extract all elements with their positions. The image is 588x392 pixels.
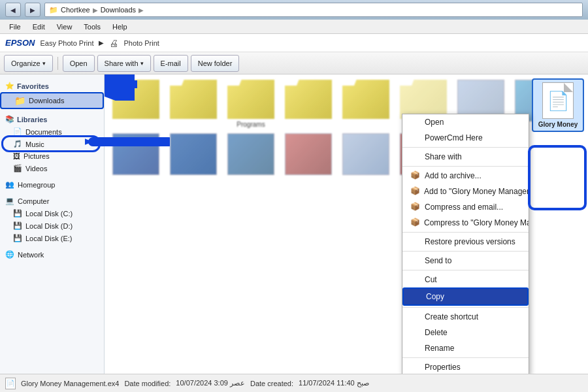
status-date-modified-label: Date modified:: [124, 380, 171, 387]
local-c-label: Local Disk (C:): [25, 210, 73, 218]
ctx-add-glory-label: Add to "Glory Money Managemen: [424, 187, 529, 196]
network-section: 🌐 Network: [0, 248, 104, 261]
ctx-rename-label: Rename: [425, 344, 454, 353]
open-button[interactable]: Open: [63, 55, 95, 72]
restore-icon: [410, 237, 421, 247]
documents-label: Documents: [25, 128, 62, 136]
ctx-sep-6: [402, 307, 529, 308]
libraries-header: 📚 Libraries: [0, 113, 104, 125]
sidebar-item-music[interactable]: 🎵 Music: [0, 138, 104, 150]
ctx-delete[interactable]: Delete: [402, 325, 529, 340]
sidebar-item-local-e[interactable]: 💾 Local Disk (E:): [0, 232, 104, 244]
ctx-properties[interactable]: Properties: [402, 359, 529, 374]
address-bar[interactable]: 📁 Chortkee ▶ Downloads ▶: [44, 3, 583, 17]
share-with-button[interactable]: Share with ▾: [97, 55, 151, 72]
sidebar-item-homegroup[interactable]: 👥 Homegroup: [0, 178, 104, 191]
sidebar-item-documents[interactable]: 📄 Documents: [0, 125, 104, 138]
computer-section: 💻 Computer 💾 Local Disk (C:) 💾 Local Dis…: [0, 195, 104, 244]
downloads-label: Downloads: [29, 97, 64, 105]
list-item[interactable]: [110, 133, 162, 177]
context-menu: Open PowerCmd Here Share with 📦 Add to a…: [402, 114, 529, 374]
ctx-cut[interactable]: Cut: [402, 272, 529, 287]
ctx-create-shortcut[interactable]: Create shortcut: [402, 309, 529, 325]
organize-button[interactable]: Organize ▾: [4, 55, 53, 72]
status-filename: Glory Money Management.ex4: [21, 380, 119, 387]
list-item[interactable]: [167, 80, 220, 128]
favorites-section: ⭐ Favorites 📁 Downloads: [0, 80, 104, 109]
music-icon: 🎵: [13, 140, 22, 148]
homegroup-label: Homegroup: [18, 181, 55, 189]
network-icon: 🌐: [5, 250, 14, 259]
menu-view[interactable]: View: [52, 22, 78, 32]
list-item[interactable]: [110, 80, 162, 128]
shortcut-icon: [410, 312, 421, 322]
local-d-label: Local Disk (D:): [25, 222, 73, 230]
libraries-section: 📚 Libraries 📄 Documents 🎵 Music 🖼 Pictur…: [0, 113, 104, 174]
ctx-copy[interactable]: Copy: [402, 287, 529, 306]
send-to-icon: [410, 255, 421, 266]
sidebar-item-local-c[interactable]: 💾 Local Disk (C:): [0, 207, 104, 220]
list-item[interactable]: [167, 133, 220, 177]
compress-glory-icon: 📦: [410, 218, 420, 228]
ctx-powercmd[interactable]: PowerCmd Here: [402, 130, 529, 146]
network-label: Network: [18, 251, 44, 259]
new-folder-button[interactable]: New folder: [191, 55, 240, 72]
back-button[interactable]: ◀: [5, 3, 21, 17]
ctx-send-to-label: Send to: [425, 256, 451, 265]
ctx-share[interactable]: Share with: [402, 149, 529, 165]
sidebar-item-network[interactable]: 🌐 Network: [0, 248, 104, 261]
menu-edit[interactable]: Edit: [27, 22, 50, 32]
ctx-sep-4: [402, 251, 529, 252]
list-item[interactable]: [282, 133, 335, 177]
ctx-compress-email-label: Compress and email...: [425, 203, 503, 212]
archive2-icon: 📦: [410, 186, 420, 197]
list-item[interactable]: [225, 133, 277, 177]
sidebar-item-local-d[interactable]: 💾 Local Disk (D:): [0, 220, 104, 232]
powercmd-icon: [410, 133, 421, 143]
videos-label: Videos: [25, 165, 47, 172]
menu-help[interactable]: Help: [107, 22, 133, 32]
email-button[interactable]: E-mail: [154, 55, 188, 72]
ctx-compress-email[interactable]: 📦 Compress and email...: [402, 199, 529, 215]
forward-button[interactable]: ▶: [25, 3, 41, 17]
ctx-add-glory[interactable]: 📦 Add to "Glory Money Managemen: [402, 184, 529, 199]
ctx-add-archive[interactable]: 📦 Add to archive...: [402, 168, 529, 184]
drive-e-icon: 💾: [13, 234, 22, 242]
ctx-compress-glory-label: Compress to "Glory Money Manag: [424, 218, 529, 227]
ctx-restore[interactable]: Restore previous versions: [402, 234, 529, 250]
archive-icon: 📦: [410, 171, 421, 181]
sidebar-item-computer[interactable]: 💻 Computer: [0, 195, 104, 207]
selected-file-glory-money[interactable]: 📄 Glory Money: [532, 78, 584, 132]
folder-icon-downloads: 📁: [14, 95, 25, 106]
computer-label: Computer: [18, 197, 49, 205]
main-area: ⭐ Favorites 📁 Downloads 📚 Libraries 📄 Do…: [0, 74, 588, 374]
menu-tools[interactable]: Tools: [78, 22, 106, 32]
list-item[interactable]: [340, 80, 392, 128]
menu-file[interactable]: File: [4, 22, 26, 32]
photo-print-label: Photo Print: [123, 39, 159, 47]
favorites-label: Favorites: [17, 82, 49, 90]
list-item[interactable]: [282, 80, 335, 128]
open-label: Open: [70, 59, 88, 67]
address-sep-2: ▶: [139, 7, 144, 14]
file-area: Programs 📄 Glory Money O: [105, 74, 588, 374]
sidebar-item-videos[interactable]: 🎬 Videos: [0, 162, 104, 174]
ctx-open[interactable]: Open: [402, 114, 529, 130]
status-date-modified: 10/07/2024 عصر 3:09: [176, 379, 245, 387]
list-item[interactable]: Programs: [225, 80, 277, 128]
toolbar: Organize ▾ Open Share with ▾ E-mail New …: [0, 52, 588, 74]
share-icon: [410, 152, 421, 162]
ctx-send-to[interactable]: Send to: [402, 253, 529, 269]
ctx-share-label: Share with: [425, 152, 462, 161]
ctx-sep-5: [402, 270, 529, 270]
sidebar-item-downloads[interactable]: 📁 Downloads: [0, 92, 104, 109]
list-item[interactable]: [340, 133, 392, 177]
pictures-icon: 🖼: [13, 152, 20, 160]
ctx-rename[interactable]: Rename: [402, 340, 529, 356]
sidebar-item-pictures[interactable]: 🖼 Pictures: [0, 150, 104, 162]
ctx-sep-7: [402, 357, 529, 358]
address-path-2: Downloads: [101, 6, 136, 14]
ctx-compress-glory[interactable]: 📦 Compress to "Glory Money Manag: [402, 215, 529, 231]
music-label: Music: [25, 140, 44, 148]
organize-arrow: ▾: [42, 60, 46, 67]
